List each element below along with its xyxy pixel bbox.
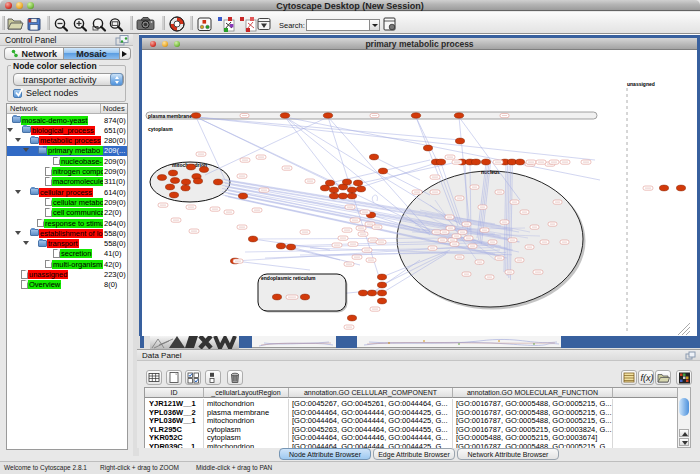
- svg-text:nucleus: nucleus: [481, 169, 500, 175]
- svg-text:endoplasmic reticulum: endoplasmic reticulum: [261, 275, 316, 281]
- svg-text:cytoplasm: cytoplasm: [148, 126, 173, 132]
- svg-text:unassigned: unassigned: [627, 81, 655, 87]
- svg-text:plasma membrane: plasma membrane: [148, 113, 192, 119]
